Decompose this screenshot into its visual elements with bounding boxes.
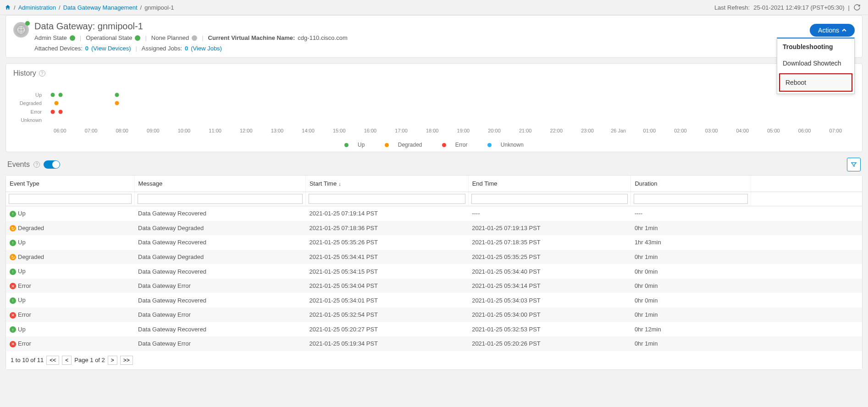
x-axis-label: 22:00 (541, 128, 572, 136)
operational-state-up-icon (135, 35, 140, 41)
table-row[interactable]: ↑UpData Gateway Recovered2021-01-25 05:2… (6, 322, 862, 337)
chevron-up-icon (842, 28, 846, 33)
x-axis-label: 07:00 (76, 128, 107, 136)
table-row[interactable]: ✕ErrorData Gateway Error2021-01-25 05:34… (6, 279, 862, 293)
x-axis-label: 07:00 (820, 128, 851, 136)
table-row[interactable]: ↻DegradedData Gateway Degraded2021-01-25… (6, 250, 862, 264)
x-axis: 06:0007:0008:0009:0010:0011:0012:0013:00… (44, 128, 851, 136)
x-axis-label: 21:00 (510, 128, 541, 136)
x-axis-label: 12:00 (231, 128, 262, 136)
col-message[interactable]: Message (134, 176, 305, 192)
chart-point (50, 93, 55, 97)
event-deg-icon: ↻ (10, 254, 16, 260)
chart-point (59, 93, 63, 97)
x-axis-label: 06:00 (789, 128, 820, 136)
y-label-unknown: Unknown (21, 117, 42, 123)
attached-devices-label: Attached Devices: (34, 45, 83, 52)
sort-desc-icon: ↓ (338, 181, 341, 187)
pager-first-button[interactable]: << (46, 356, 59, 365)
events-title: Events (7, 160, 30, 169)
filter-start-time[interactable] (309, 194, 465, 204)
table-row[interactable]: ↑UpData Gateway Recovered2021-01-25 07:1… (6, 206, 862, 221)
attached-devices-count: 0 (85, 45, 88, 52)
actions-button[interactable]: Actions (810, 24, 855, 37)
reboot-item[interactable]: Reboot (779, 73, 852, 92)
download-showtech-item[interactable]: Download Showtech (777, 55, 854, 72)
filter-message[interactable] (138, 194, 303, 204)
view-devices-link[interactable]: (View Devices) (91, 45, 131, 52)
events-table: Event Type Message Start Time↓ End Time … (6, 176, 862, 351)
pager-next-button[interactable]: > (108, 356, 117, 365)
history-title: History (13, 69, 36, 77)
history-card: History ? 11 Events were ⊕ ⊖ 🔍 ✋ ↻ ⤓ Up … (6, 63, 862, 152)
x-axis-label: 06:00 (44, 128, 76, 136)
x-axis-label: 04:00 (727, 128, 758, 136)
chart-point (50, 110, 55, 114)
actions-dropdown: Troubleshooting Download Showtech Reboot (777, 38, 855, 94)
history-help-icon[interactable]: ? (39, 70, 45, 77)
x-axis-label: 02:00 (665, 128, 696, 136)
table-row[interactable]: ✕ErrorData Gateway Error2021-01-25 05:19… (6, 336, 862, 351)
pager-prev-button[interactable]: < (62, 356, 72, 365)
none-planned-label: None Planned (151, 34, 189, 41)
chart-point (115, 93, 119, 97)
home-icon[interactable] (5, 4, 11, 11)
operational-state-label: Operational State (86, 34, 132, 41)
x-axis-label: 26 Jan (603, 128, 634, 136)
vm-name-value: cdg-110.cisco.com (298, 34, 347, 41)
chart-point (115, 101, 119, 105)
col-start-time[interactable]: Start Time↓ (305, 176, 468, 192)
table-row[interactable]: ↑UpData Gateway Recovered2021-01-25 05:3… (6, 235, 862, 250)
filter-icon (851, 161, 857, 168)
y-label-up: Up (35, 92, 42, 98)
filter-end-time[interactable] (471, 194, 628, 204)
gateway-header: Data Gateway: gnmipool-1 Admin State | O… (6, 15, 862, 58)
none-planned-icon (192, 35, 197, 41)
top-bar: / Administration / Data Gateway Manageme… (0, 0, 868, 15)
breadcrumb: / Administration / Data Gateway Manageme… (5, 4, 174, 11)
filter-event-type[interactable] (9, 194, 132, 204)
x-axis-label: 09:00 (138, 128, 169, 136)
filter-button[interactable] (847, 158, 861, 171)
event-up-icon: ↑ (10, 269, 16, 275)
chart-point (59, 110, 63, 114)
dropdown-header: Troubleshooting (777, 38, 854, 55)
col-event-type[interactable]: Event Type (6, 176, 134, 192)
chart-toolbar: ⊕ ⊖ 🔍 ✋ ↻ ⤓ (13, 80, 855, 88)
x-axis-label: 20:00 (479, 128, 510, 136)
table-row[interactable]: ✕ErrorData Gateway Error2021-01-25 05:32… (6, 308, 862, 322)
col-duration[interactable]: Duration (631, 176, 751, 192)
refresh-icon[interactable] (853, 4, 861, 11)
chart-point (55, 101, 59, 105)
breadcrumb-current: gnmipool-1 (144, 4, 174, 11)
breadcrumb-dgm[interactable]: Data Gateway Management (63, 4, 138, 11)
events-toggle[interactable] (44, 160, 60, 169)
events-header: Events ? (7, 158, 861, 171)
assigned-jobs-label: Assigned Jobs: (142, 45, 182, 52)
chart-legend: Up Degraded Error Unknown (13, 142, 855, 148)
view-jobs-link[interactable]: (View Jobs) (191, 45, 222, 52)
filter-duration[interactable] (634, 194, 747, 204)
x-axis-label: 15:00 (324, 128, 355, 136)
table-row[interactable]: ↑UpData Gateway Recovered2021-01-25 05:3… (6, 264, 862, 279)
admin-state-label: Admin State (34, 34, 67, 41)
history-timeline[interactable]: Up Degraded Error Unknown 06:0007:0008:0… (17, 89, 851, 140)
pager-last-button[interactable]: >> (120, 356, 133, 365)
x-axis-label: 08:00 (106, 128, 138, 136)
x-axis-label: 14:00 (293, 128, 324, 136)
event-up-icon: ↑ (10, 240, 16, 246)
col-end-time[interactable]: End Time (468, 176, 631, 192)
x-axis-label: 03:00 (696, 128, 727, 136)
breadcrumb-administration[interactable]: Administration (18, 4, 56, 11)
x-axis-label: 05:00 (758, 128, 789, 136)
table-row[interactable]: ↻DegradedData Gateway Degraded2021-01-25… (6, 221, 862, 236)
event-err-icon: ✕ (10, 283, 16, 289)
event-up-icon: ↑ (10, 297, 16, 304)
x-axis-label: 17:00 (386, 128, 417, 136)
event-up-icon: ↑ (10, 326, 16, 333)
y-label-error: Error (31, 109, 42, 115)
events-table-card: Event Type Message Start Time↓ End Time … (6, 175, 862, 370)
x-axis-label: 10:00 (169, 128, 200, 136)
table-row[interactable]: ↑UpData Gateway Recovered2021-01-25 05:3… (6, 293, 862, 308)
events-help-icon[interactable]: ? (33, 161, 40, 168)
